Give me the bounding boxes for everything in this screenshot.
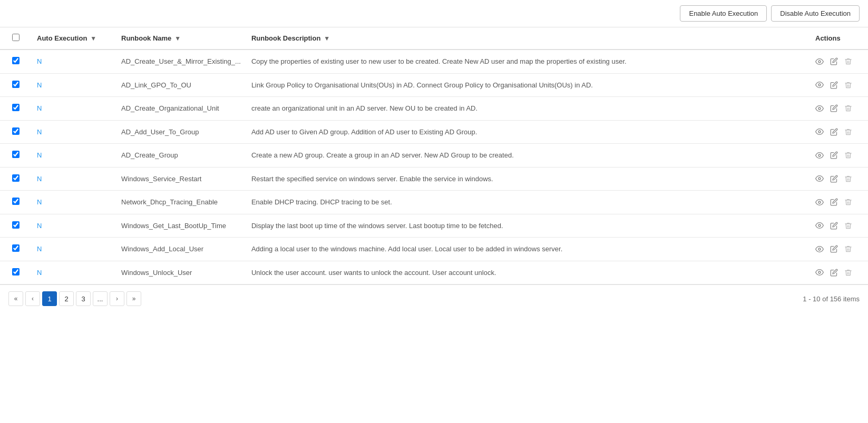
row-actions-6 [810, 191, 868, 214]
runbooks-table: Auto Execution ▼ Runbook Name ▼ Runbook … [0, 27, 868, 284]
first-page-button[interactable]: « [8, 291, 23, 306]
row-auto-execution-9: N [32, 261, 116, 284]
row-checkbox-6[interactable] [12, 198, 19, 205]
view-button-5[interactable] [815, 174, 824, 183]
row-checkbox-4[interactable] [12, 151, 19, 158]
runbook-desc-value-5: Restart the specified service on windows… [251, 175, 493, 183]
select-all-checkbox[interactable] [12, 34, 19, 41]
row-name-9: Windows_Unlock_User [116, 261, 246, 284]
runbook-desc-value-9: Unlock the user account. user wants to u… [251, 269, 496, 277]
row-checkbox-7[interactable] [12, 221, 19, 229]
delete-button-3[interactable] [844, 128, 852, 136]
edit-button-9[interactable] [830, 269, 838, 277]
enable-auto-execution-button[interactable]: Enable Auto Execution [680, 5, 767, 22]
edit-button-8[interactable] [830, 245, 838, 253]
page-button-1[interactable]: 1 [42, 291, 57, 306]
last-page-button[interactable]: » [126, 291, 141, 306]
row-checkbox-3[interactable] [12, 127, 19, 135]
runbook-desc-value-4: Create a new AD group. Create a group in… [251, 151, 514, 159]
edit-button-0[interactable] [830, 57, 838, 65]
view-button-7[interactable] [815, 221, 824, 230]
row-name-5: Windows_Service_Restart [116, 167, 246, 191]
edit-button-3[interactable] [830, 128, 838, 136]
page-button-2[interactable]: 2 [59, 291, 74, 306]
delete-button-1[interactable] [844, 81, 852, 89]
delete-button-7[interactable] [844, 222, 852, 230]
row-desc-6: Enable DHCP tracing. DHCP tracing to be … [246, 191, 810, 214]
auto-execution-filter-icon[interactable]: ▼ [90, 35, 96, 42]
table-row: N Windows_Unlock_User Unlock the user ac… [0, 261, 868, 284]
actions-cell-0 [815, 57, 863, 66]
view-button-2[interactable] [815, 104, 824, 113]
next-page-button[interactable]: › [110, 291, 124, 306]
delete-button-2[interactable] [844, 104, 852, 112]
delete-button-9[interactable] [844, 269, 852, 277]
actions-cell-9 [815, 268, 863, 277]
actions-cell-2 [815, 104, 863, 113]
row-name-6: Network_Dhcp_Tracing_Enable [116, 191, 246, 214]
row-actions-7 [810, 214, 868, 238]
runbook-name-value-7: Windows_Get_Last_BootUp_Time [121, 222, 226, 230]
view-button-1[interactable] [815, 81, 824, 89]
view-button-8[interactable] [815, 245, 824, 253]
runbook-name-value-8: Windows_Add_Local_User [121, 245, 203, 253]
row-checkbox-2[interactable] [12, 104, 19, 111]
delete-button-8[interactable] [844, 245, 852, 253]
view-button-9[interactable] [815, 268, 824, 277]
row-desc-2: create an organizational unit in an AD s… [246, 97, 810, 121]
delete-button-0[interactable] [844, 57, 852, 65]
disable-auto-execution-button[interactable]: Disable Auto Execution [771, 5, 860, 22]
row-checkbox-9[interactable] [12, 268, 19, 276]
delete-button-4[interactable] [844, 151, 852, 159]
row-desc-3: Add AD user to Given AD group. Addition … [246, 120, 810, 144]
row-desc-0: Copy the properties of existing user to … [246, 50, 810, 73]
row-checkbox-8[interactable] [12, 244, 19, 252]
runbook-name-value-9: Windows_Unlock_User [121, 269, 192, 277]
auto-execution-value-9: N [37, 269, 42, 277]
edit-button-6[interactable] [830, 198, 838, 206]
edit-button-7[interactable] [830, 222, 838, 230]
row-checkbox-0[interactable] [12, 57, 19, 64]
delete-button-6[interactable] [844, 198, 852, 206]
row-checkbox-cell-0 [0, 50, 32, 73]
row-name-8: Windows_Add_Local_User [116, 238, 246, 261]
runbook-desc-value-2: create an organizational unit in an AD s… [251, 104, 477, 112]
runbook-name-filter-icon[interactable]: ▼ [174, 35, 181, 42]
runbook-name-value-3: AD_Add_User_To_Group [121, 128, 199, 136]
row-actions-0 [810, 50, 868, 73]
view-button-4[interactable] [815, 151, 824, 160]
row-auto-execution-7: N [32, 214, 116, 238]
table-row: N AD_Create_Group Create a new AD group.… [0, 144, 868, 168]
view-button-3[interactable] [815, 127, 824, 136]
edit-button-5[interactable] [830, 175, 838, 183]
table-header-row: Auto Execution ▼ Runbook Name ▼ Runbook … [0, 27, 868, 50]
edit-button-1[interactable] [830, 81, 838, 89]
row-checkbox-1[interactable] [12, 81, 19, 88]
edit-button-2[interactable] [830, 104, 838, 112]
row-name-2: AD_Create_Organizational_Unit [116, 97, 246, 121]
row-desc-4: Create a new AD group. Create a group in… [246, 144, 810, 168]
table-body: N AD_Create_User_&_Mirror_Existing_... C… [0, 50, 868, 284]
auto-execution-value-4: N [37, 151, 42, 159]
runbook-desc-value-1: Link Group Policy to Organisational Unit… [251, 81, 593, 89]
row-checkbox-5[interactable] [12, 174, 19, 182]
runbook-description-filter-icon[interactable]: ▼ [324, 35, 330, 42]
auto-execution-value-7: N [37, 222, 42, 230]
actions-cell-7 [815, 221, 863, 230]
row-auto-execution-3: N [32, 120, 116, 144]
row-auto-execution-5: N [32, 167, 116, 191]
runbook-desc-value-0: Copy the properties of existing user to … [251, 57, 627, 65]
row-checkbox-cell-1 [0, 73, 32, 97]
page-button-3[interactable]: 3 [76, 291, 91, 306]
row-actions-5 [810, 167, 868, 191]
view-button-6[interactable] [815, 198, 824, 206]
prev-page-button[interactable]: ‹ [25, 291, 40, 306]
actions-cell-5 [815, 174, 863, 183]
delete-button-5[interactable] [844, 175, 852, 183]
row-auto-execution-8: N [32, 238, 116, 261]
edit-button-4[interactable] [830, 151, 838, 159]
row-checkbox-cell-3 [0, 120, 32, 144]
runbook-desc-value-8: Adding a local user to the windows machi… [251, 245, 562, 253]
svg-point-1 [818, 84, 821, 86]
view-button-0[interactable] [815, 57, 824, 66]
